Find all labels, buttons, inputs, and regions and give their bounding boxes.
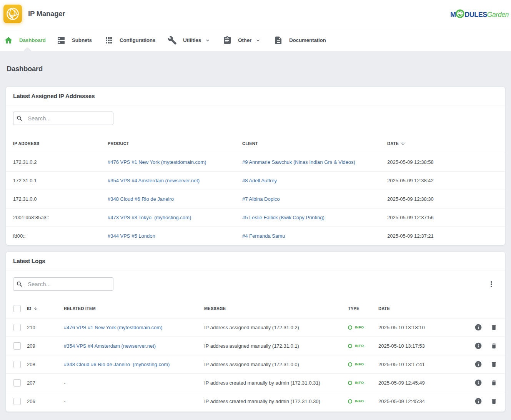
svg-text:M: M <box>450 11 456 18</box>
svg-text:DULES: DULES <box>464 11 487 18</box>
svg-text:Garden: Garden <box>487 11 509 18</box>
